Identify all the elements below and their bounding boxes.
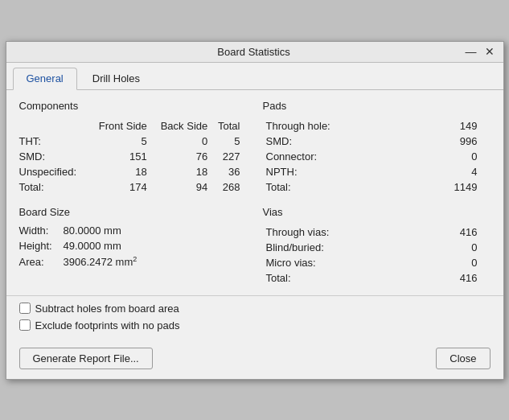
area-label: Area: [19, 256, 64, 268]
comp-total: 5 [214, 134, 246, 149]
board-size-section: Board Size Width: 80.0000 mm Height: 49.… [19, 206, 247, 268]
via-label: Blind/buried: [263, 240, 417, 255]
subtract-holes-input[interactable] [19, 303, 31, 314]
main-content: Components Front Side Back Side Total [6, 90, 503, 295]
components-title: Components [19, 100, 247, 112]
via-value: 0 [417, 255, 491, 270]
via-value: 0 [417, 240, 491, 255]
height-value: 49.0000 mm [64, 240, 121, 252]
comp-label: Unspecified: [19, 164, 92, 179]
col-header-back: Back Side [154, 118, 214, 134]
via-label: Micro vias: [263, 255, 417, 270]
comp-total: 227 [214, 149, 246, 164]
via-value: 416 [417, 224, 491, 240]
close-window-button[interactable]: ✕ [482, 46, 497, 57]
board-size-title: Board Size [19, 206, 247, 218]
right-column: Pads Through hole: 149 SMD: 996 Connecto… [263, 100, 491, 286]
comp-front: 174 [92, 179, 154, 195]
table-row: THT: 5 0 5 [19, 134, 247, 149]
comp-label: Total: [19, 179, 92, 195]
vias-section: Vias Through vias: 416 Blind/buried: 0 M… [263, 206, 491, 286]
minimize-button[interactable]: — [463, 46, 479, 57]
comp-back: 94 [154, 179, 214, 195]
checkboxes-section: Subtract holes from board area Exclude f… [6, 295, 503, 341]
subtract-holes-label: Subtract holes from board area [35, 303, 179, 315]
table-row: Unspecified: 18 18 36 [19, 164, 247, 179]
comp-front: 5 [92, 134, 154, 149]
stats-columns: Components Front Side Back Side Total [19, 100, 491, 286]
close-button[interactable]: Close [436, 348, 490, 369]
comp-back: 18 [154, 164, 214, 179]
pads-section: Pads Through hole: 149 SMD: 996 Connecto… [263, 100, 491, 195]
width-item: Width: 80.0000 mm [19, 224, 247, 237]
comp-back: 76 [154, 149, 214, 164]
table-row: Total: 416 [263, 270, 491, 286]
components-table: Front Side Back Side Total THT: 5 0 5 SM… [19, 118, 247, 195]
table-row: Micro vias: 0 [263, 255, 491, 270]
title-bar: Board Statistics — ✕ [6, 42, 503, 63]
table-row: Total: 1149 [263, 179, 491, 195]
comp-label: SMD: [19, 149, 92, 164]
via-value: 416 [417, 270, 491, 286]
subtract-holes-checkbox[interactable]: Subtract holes from board area [19, 303, 491, 315]
exclude-footprints-input[interactable] [19, 319, 31, 331]
pad-value: 1149 [409, 179, 491, 195]
col-header-total: Total [214, 118, 246, 134]
left-column: Components Front Side Back Side Total [19, 100, 247, 286]
col-header-empty [19, 118, 92, 134]
via-label: Total: [263, 270, 417, 286]
table-row: Through hole: 149 [263, 118, 491, 134]
table-row: NPTH: 4 [263, 164, 491, 179]
generate-report-button[interactable]: Generate Report File... [19, 348, 153, 369]
table-row: Blind/buried: 0 [263, 240, 491, 255]
vias-title: Vias [263, 206, 491, 218]
pad-value: 149 [409, 118, 491, 134]
footer: Generate Report File... Close [6, 341, 503, 379]
area-value: 3906.2472 mm2 [64, 255, 138, 268]
comp-front: 18 [92, 164, 154, 179]
pads-table: Through hole: 149 SMD: 996 Connector: 0 … [263, 118, 491, 195]
comp-total: 36 [214, 164, 246, 179]
col-header-front: Front Side [92, 118, 154, 134]
height-label: Height: [19, 240, 64, 252]
table-row: SMD: 151 76 227 [19, 149, 247, 164]
tab-bar: General Drill Holes [6, 63, 503, 90]
pad-label: SMD: [263, 134, 409, 149]
exclude-footprints-checkbox[interactable]: Exclude footprints with no pads [19, 319, 491, 331]
width-value: 80.0000 mm [64, 224, 121, 237]
pad-label: Total: [263, 179, 409, 195]
area-item: Area: 3906.2472 mm2 [19, 255, 247, 268]
pad-value: 0 [409, 149, 491, 164]
pad-value: 4 [409, 164, 491, 179]
window-title: Board Statistics [45, 46, 463, 58]
table-row: Connector: 0 [263, 149, 491, 164]
comp-total: 268 [214, 179, 246, 195]
pad-label: Connector: [263, 149, 409, 164]
comp-label: THT: [19, 134, 92, 149]
exclude-footprints-label: Exclude footprints with no pads [35, 319, 180, 331]
pads-title: Pads [263, 100, 491, 112]
title-bar-controls: — ✕ [463, 46, 497, 57]
components-section: Components Front Side Back Side Total [19, 100, 247, 195]
tab-general[interactable]: General [13, 68, 77, 90]
comp-front: 151 [92, 149, 154, 164]
width-label: Width: [19, 224, 64, 237]
pad-label: NPTH: [263, 164, 409, 179]
comp-back: 0 [154, 134, 214, 149]
table-row: SMD: 996 [263, 134, 491, 149]
table-row: Through vias: 416 [263, 224, 491, 240]
via-label: Through vias: [263, 224, 417, 240]
height-item: Height: 49.0000 mm [19, 240, 247, 252]
pad-value: 996 [409, 134, 491, 149]
area-sup: 2 [133, 255, 137, 263]
table-row: Total: 174 94 268 [19, 179, 247, 195]
board-statistics-window: Board Statistics — ✕ General Drill Holes… [6, 41, 504, 380]
tab-drill-holes[interactable]: Drill Holes [79, 68, 154, 89]
vias-table: Through vias: 416 Blind/buried: 0 Micro … [263, 224, 491, 286]
pad-label: Through hole: [263, 118, 409, 134]
